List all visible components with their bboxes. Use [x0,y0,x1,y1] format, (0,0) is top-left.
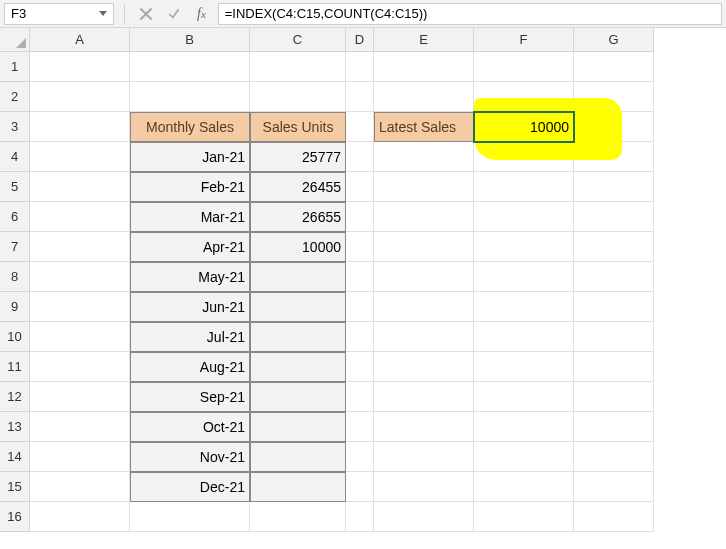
cell-F5[interactable] [474,172,574,202]
cell-A10[interactable] [30,322,130,352]
cell-B1[interactable] [130,52,250,82]
cell-C13[interactable] [250,412,346,442]
cell-F16[interactable] [474,502,574,532]
cell-C14[interactable] [250,442,346,472]
cell-G9[interactable] [574,292,654,322]
cell-C7[interactable]: 10000 [250,232,346,262]
cell-E16[interactable] [374,502,474,532]
cell-F9[interactable] [474,292,574,322]
row-header-11[interactable]: 11 [0,352,30,382]
cell-A7[interactable] [30,232,130,262]
cell-C4[interactable]: 25777 [250,142,346,172]
column-header-C[interactable]: C [250,28,346,52]
formula-input[interactable]: =INDEX(C4:C15,COUNT(C4:C15)) [218,3,722,25]
row-header-13[interactable]: 13 [0,412,30,442]
column-header-F[interactable]: F [474,28,574,52]
cell-G14[interactable] [574,442,654,472]
row-header-4[interactable]: 4 [0,142,30,172]
cell-F6[interactable] [474,202,574,232]
row-header-12[interactable]: 12 [0,382,30,412]
cell-A9[interactable] [30,292,130,322]
row-header-15[interactable]: 15 [0,472,30,502]
cell-A1[interactable] [30,52,130,82]
cell-D7[interactable] [346,232,374,262]
cell-D6[interactable] [346,202,374,232]
cell-B15[interactable]: Dec-21 [130,472,250,502]
cell-D15[interactable] [346,472,374,502]
cell-D9[interactable] [346,292,374,322]
cell-E5[interactable] [374,172,474,202]
cell-B11[interactable]: Aug-21 [130,352,250,382]
cell-D16[interactable] [346,502,374,532]
cell-A4[interactable] [30,142,130,172]
cell-E4[interactable] [374,142,474,172]
cell-E10[interactable] [374,322,474,352]
cell-E3[interactable]: Latest Sales [374,112,474,142]
cell-E9[interactable] [374,292,474,322]
row-header-6[interactable]: 6 [0,202,30,232]
cell-G13[interactable] [574,412,654,442]
cell-F1[interactable] [474,52,574,82]
cell-F15[interactable] [474,472,574,502]
cell-B3[interactable]: Monthly Sales [130,112,250,142]
cell-E13[interactable] [374,412,474,442]
cell-B5[interactable]: Feb-21 [130,172,250,202]
chevron-down-icon[interactable] [99,11,107,16]
cell-G7[interactable] [574,232,654,262]
cell-D13[interactable] [346,412,374,442]
cell-D10[interactable] [346,322,374,352]
cell-C8[interactable] [250,262,346,292]
cell-D3[interactable] [346,112,374,142]
cell-D8[interactable] [346,262,374,292]
cell-D2[interactable] [346,82,374,112]
cell-A6[interactable] [30,202,130,232]
cell-A13[interactable] [30,412,130,442]
row-header-2[interactable]: 2 [0,82,30,112]
row-header-16[interactable]: 16 [0,502,30,532]
cell-E8[interactable] [374,262,474,292]
cell-F10[interactable] [474,322,574,352]
cell-D4[interactable] [346,142,374,172]
row-header-1[interactable]: 1 [0,52,30,82]
cancel-formula-button[interactable] [135,3,157,25]
cell-D11[interactable] [346,352,374,382]
cell-C15[interactable] [250,472,346,502]
cell-B9[interactable]: Jun-21 [130,292,250,322]
cell-E12[interactable] [374,382,474,412]
column-header-D[interactable]: D [346,28,374,52]
cell-A5[interactable] [30,172,130,202]
cell-G1[interactable] [574,52,654,82]
cell-F7[interactable] [474,232,574,262]
cell-D1[interactable] [346,52,374,82]
cell-F14[interactable] [474,442,574,472]
cell-E6[interactable] [374,202,474,232]
cell-G15[interactable] [574,472,654,502]
cell-G5[interactable] [574,172,654,202]
row-header-5[interactable]: 5 [0,172,30,202]
cell-G12[interactable] [574,382,654,412]
cell-C12[interactable] [250,382,346,412]
cell-F12[interactable] [474,382,574,412]
cell-C1[interactable] [250,52,346,82]
column-header-E[interactable]: E [374,28,474,52]
cell-B2[interactable] [130,82,250,112]
cell-B14[interactable]: Nov-21 [130,442,250,472]
row-header-9[interactable]: 9 [0,292,30,322]
row-header-8[interactable]: 8 [0,262,30,292]
cell-C16[interactable] [250,502,346,532]
cell-G8[interactable] [574,262,654,292]
cell-A3[interactable] [30,112,130,142]
row-header-3[interactable]: 3 [0,112,30,142]
cell-A11[interactable] [30,352,130,382]
select-all-corner[interactable] [0,28,30,52]
cell-G16[interactable] [574,502,654,532]
cell-C10[interactable] [250,322,346,352]
cell-B7[interactable]: Apr-21 [130,232,250,262]
cell-A12[interactable] [30,382,130,412]
cell-E2[interactable] [374,82,474,112]
cell-D14[interactable] [346,442,374,472]
cell-G11[interactable] [574,352,654,382]
cell-D12[interactable] [346,382,374,412]
cell-G6[interactable] [574,202,654,232]
cell-F13[interactable] [474,412,574,442]
